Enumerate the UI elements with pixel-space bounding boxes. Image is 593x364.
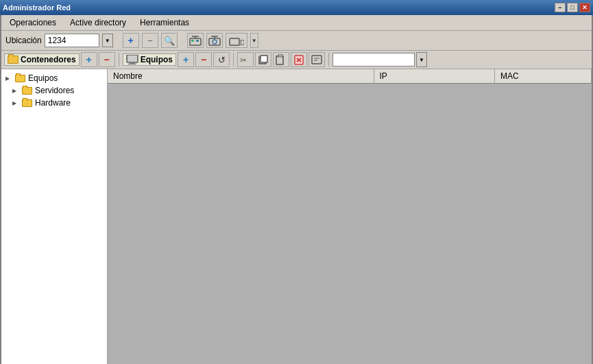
equipos-plus-icon: +: [183, 54, 189, 65]
tree-label-servidores: Servidores: [35, 86, 74, 95]
svg-rect-17: [276, 56, 283, 64]
equipos-remove-button[interactable]: −: [195, 52, 212, 67]
svg-rect-18: [278, 55, 282, 57]
minimize-button[interactable]: −: [555, 3, 566, 12]
toolbar1-dropdown[interactable]: ▼: [250, 33, 258, 48]
equipos-minus-icon: −: [201, 54, 206, 65]
network-refresh-icon: [208, 35, 221, 46]
svg-rect-22: [312, 56, 322, 64]
ubicacion-label: Ubicación: [5, 36, 42, 45]
monitor-icon: [126, 55, 138, 64]
magnifier-icon: 🔍: [164, 36, 175, 46]
col-ip: IP: [374, 69, 494, 84]
delete-icon: [293, 54, 305, 65]
tree-arrow-servidores: ▶: [12, 88, 19, 94]
col-nombre: Nombre: [108, 69, 374, 84]
svg-rect-0: [190, 38, 201, 45]
separator2: [233, 53, 234, 66]
action-btn1[interactable]: ✂: [237, 52, 254, 67]
network-button2[interactable]: [206, 33, 223, 48]
action-btn4[interactable]: [291, 52, 307, 67]
title-bar: Administrador Red − □ ✕: [0, 0, 593, 15]
network-ad-icon: D: [229, 35, 244, 46]
add-icon: +: [128, 35, 134, 46]
svg-text:✂: ✂: [240, 56, 247, 65]
contenedores-add-button[interactable]: +: [81, 52, 97, 67]
svg-point-8: [213, 40, 217, 44]
menu-operaciones[interactable]: Operaciones: [4, 16, 62, 29]
table-panel: Nombre IP MAC: [108, 69, 592, 364]
folder-icon-equipos: [15, 75, 25, 82]
add-button[interactable]: +: [123, 33, 139, 48]
action-btn2[interactable]: [255, 52, 271, 67]
svg-rect-3: [191, 40, 194, 42]
paste-icon: [275, 54, 287, 65]
equipos-add-button[interactable]: +: [178, 52, 194, 67]
svg-rect-16: [261, 56, 267, 62]
contenedores-label: Contenedores: [21, 55, 76, 64]
menu-bar: Operaciones Active directory Herramienta…: [1, 15, 592, 31]
menu-active-directory[interactable]: Active directory: [64, 16, 132, 29]
search-dropdown[interactable]: ▼: [416, 52, 427, 67]
network-button1[interactable]: [187, 33, 204, 48]
toolbar1: Ubicación ▼ + − 🔍: [1, 31, 592, 51]
window-title: Administrador Red: [3, 3, 71, 12]
toolbar2: Contenedores + − Equipos + − ↺: [1, 51, 592, 69]
refresh-icon: ↺: [218, 55, 226, 65]
action-btn5[interactable]: [308, 52, 325, 67]
svg-rect-9: [230, 38, 239, 45]
folder-icon-contenedores: [8, 56, 19, 64]
tree-item-hardware[interactable]: ▶ Hardware: [3, 97, 106, 109]
tree-item-equipos[interactable]: ▶ Equipos: [3, 72, 106, 84]
equipos-section: Equipos: [123, 53, 176, 66]
tree-label-hardware: Hardware: [35, 98, 71, 108]
col-mac: MAC: [494, 69, 591, 84]
remove-icon: −: [147, 35, 153, 46]
svg-rect-11: [127, 55, 138, 62]
separator1: [119, 53, 119, 66]
main-window: Operaciones Active directory Herramienta…: [0, 15, 593, 364]
tree-panel: ▶ Equipos ▶ Servidores ▶ Hardware: [1, 69, 108, 364]
copy-icon: [257, 54, 269, 65]
equipos-label: Equipos: [141, 55, 173, 64]
tree-arrow-hardware: ▶: [12, 100, 19, 106]
equipos-refresh-button[interactable]: ↺: [213, 52, 230, 67]
maximize-button[interactable]: □: [567, 3, 578, 12]
plus-icon: +: [86, 54, 92, 65]
contenedores-remove-button[interactable]: −: [99, 52, 115, 67]
network-button3[interactable]: D: [226, 33, 247, 48]
svg-rect-12: [130, 62, 135, 64]
action-btn3[interactable]: [273, 52, 289, 67]
dropdown-arrow-icon: ▼: [252, 38, 257, 44]
svg-text:D: D: [240, 39, 244, 46]
search-button[interactable]: 🔍: [161, 33, 178, 48]
data-table: Nombre IP MAC: [108, 69, 592, 84]
folder-icon-servidores: [22, 87, 32, 95]
remove-button[interactable]: −: [142, 33, 158, 48]
table-header: Nombre IP MAC: [108, 69, 592, 84]
separator3: [328, 53, 329, 66]
network-icon: [189, 35, 202, 46]
title-bar-buttons: − □ ✕: [555, 3, 590, 12]
svg-rect-4: [196, 40, 199, 42]
minus-icon: −: [104, 54, 110, 65]
ubicacion-dropdown[interactable]: ▼: [102, 34, 113, 47]
search-box[interactable]: [332, 53, 415, 66]
close-button[interactable]: ✕: [579, 3, 590, 12]
tree-label-equipos: Equipos: [28, 73, 58, 83]
contenedores-section: Contenedores: [4, 53, 80, 66]
tree-arrow-equipos: ▶: [5, 75, 12, 82]
ubicacion-input[interactable]: [45, 34, 99, 47]
folder-icon-hardware: [22, 99, 32, 107]
cut-icon: ✂: [239, 54, 252, 65]
content-area: ▶ Equipos ▶ Servidores ▶ Hardware Nombre: [1, 69, 592, 364]
tree-item-servidores[interactable]: ▶ Servidores: [3, 84, 106, 97]
properties-icon: [311, 54, 323, 65]
svg-rect-13: [128, 64, 136, 64]
menu-herramientas[interactable]: Herramientas: [134, 16, 195, 29]
